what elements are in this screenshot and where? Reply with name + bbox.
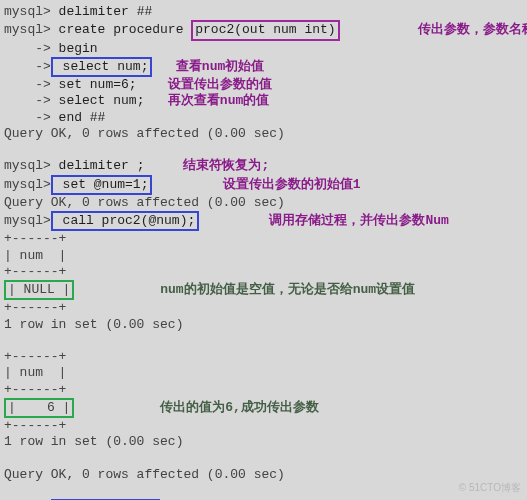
- spacer: [144, 93, 167, 109]
- result-text: 1 row in set (0.00 sec): [4, 434, 183, 450]
- annotation-set-value: 设置传出参数的值: [168, 77, 272, 93]
- annotation-call: 调用存储过程，并传出参数Num: [269, 213, 448, 229]
- table1-value-row: | NULL | num的初始值是空值，无论是否给num设置值: [4, 280, 523, 300]
- spacer: [144, 158, 183, 174]
- table1-border-mid: +------+: [4, 264, 523, 280]
- line-create-procedure: mysql> create procedure proc2(out num in…: [4, 20, 523, 40]
- result-text: Query OK, 0 rows affected (0.00 sec): [4, 195, 285, 211]
- arrow-prompt: ->: [4, 110, 51, 126]
- blank-line: [4, 333, 523, 349]
- query-ok-2: Query OK, 0 rows affected (0.00 sec): [4, 195, 523, 211]
- arrow-prompt: ->: [4, 59, 51, 75]
- line-call-proc: mysql> call proc2(@num); 调用存储过程，并传出参数Num: [4, 211, 523, 231]
- mysql-prompt: mysql>: [4, 213, 51, 229]
- table1-border-bot: +------+: [4, 300, 523, 316]
- mysql-prompt: mysql>: [4, 4, 51, 20]
- mysql-prompt: mysql>: [4, 22, 51, 38]
- line-set-at-num: mysql> set @num=1; 设置传出参数的初始值1: [4, 175, 523, 195]
- cmd-text: end ##: [51, 110, 106, 126]
- proc-signature-box: proc2(out num int): [191, 20, 339, 40]
- spacer: [74, 400, 160, 416]
- annotation-six: 传出的值为6,成功传出参数: [160, 400, 319, 416]
- null-value-box: | NULL |: [4, 280, 74, 300]
- annotation-restore: 结束符恢复为;: [183, 158, 269, 174]
- spacer: [74, 282, 160, 298]
- cmd-text: select num;: [51, 93, 145, 109]
- table2-header: | num |: [4, 365, 523, 381]
- blank-line: [4, 451, 523, 467]
- spacer: [137, 77, 168, 93]
- table1-border-top: +------+: [4, 231, 523, 247]
- mysql-prompt: mysql>: [4, 158, 51, 174]
- annotation-set-init: 设置传出参数的初始值1: [223, 177, 361, 193]
- cmd-text: set num=6;: [51, 77, 137, 93]
- annotation-null: num的初始值是空值，无论是否给num设置值: [160, 282, 415, 298]
- line-delimiter-restore: mysql> delimiter ; 结束符恢复为;: [4, 158, 523, 174]
- arrow-prompt: ->: [4, 41, 51, 57]
- query-ok-3: Query OK, 0 rows affected (0.00 sec): [4, 467, 523, 483]
- set-atnum-box: set @num=1;: [51, 175, 153, 195]
- table2-value-row: | 6 | 传出的值为6,成功传出参数: [4, 398, 523, 418]
- table2-border-bot: +------+: [4, 418, 523, 434]
- mysql-prompt: mysql>: [4, 177, 51, 193]
- result-text: Query OK, 0 rows affected (0.00 sec): [4, 126, 285, 142]
- line-set-num-6: -> set num=6; 设置传出参数的值: [4, 77, 523, 93]
- spacer: [152, 177, 222, 193]
- spacer: [152, 59, 175, 75]
- table1-header: | num |: [4, 248, 523, 264]
- table2-border-top: +------+: [4, 349, 523, 365]
- annotation-initial: 查看num初始值: [176, 59, 264, 75]
- watermark-text: © 51CTO博客: [459, 482, 521, 495]
- table1-rowcount: 1 row in set (0.00 sec): [4, 317, 523, 333]
- line-select-num-2: -> select num; 再次查看num的值: [4, 93, 523, 109]
- result-text: Query OK, 0 rows affected (0.00 sec): [4, 467, 285, 483]
- spacer: [199, 213, 269, 229]
- blank-line: [4, 142, 523, 158]
- annotation-out-param: 传出参数，参数名称为num: [418, 22, 527, 38]
- arrow-prompt: ->: [4, 77, 51, 93]
- blank-line: [4, 483, 523, 499]
- annotation-recheck: 再次查看num的值: [168, 93, 269, 109]
- cmd-text: delimiter ##: [51, 4, 152, 20]
- line-delimiter-hash: mysql> delimiter ##: [4, 4, 523, 20]
- line-end: -> end ##: [4, 110, 523, 126]
- line-select-num-1: -> select num; 查看num初始值: [4, 57, 523, 77]
- table2-rowcount: 1 row in set (0.00 sec): [4, 434, 523, 450]
- cmd-text: delimiter ;: [51, 158, 145, 174]
- spacer: [340, 22, 418, 38]
- cmd-text: begin: [51, 41, 98, 57]
- create-proc-pre: create procedure: [51, 22, 191, 38]
- call-proc-box: call proc2(@num);: [51, 211, 199, 231]
- select-num-box: select num;: [51, 57, 153, 77]
- table2-border-mid: +------+: [4, 382, 523, 398]
- query-ok-1: Query OK, 0 rows affected (0.00 sec): [4, 126, 523, 142]
- arrow-prompt: ->: [4, 93, 51, 109]
- result-text: 1 row in set (0.00 sec): [4, 317, 183, 333]
- line-begin: -> begin: [4, 41, 523, 57]
- six-value-box: | 6 |: [4, 398, 74, 418]
